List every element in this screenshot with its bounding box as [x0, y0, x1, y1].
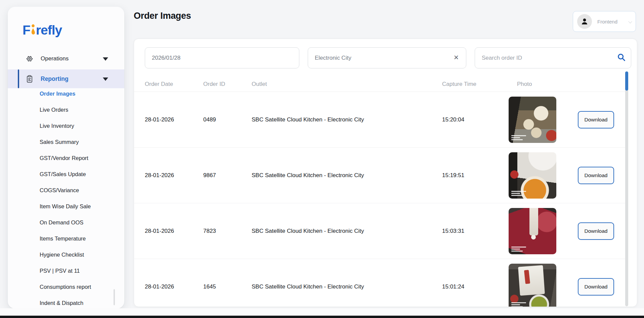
sidebar-item-item-wise-daily-sale[interactable]: Item Wise Daily Sale	[8, 198, 124, 214]
logo-text-start: F	[23, 23, 30, 37]
flame-i-icon	[31, 24, 36, 36]
column-header-order-id: Order ID	[203, 81, 252, 88]
column-header-outlet: Outlet	[252, 81, 442, 88]
sidebar-item-gst-vendor-report[interactable]: GST/Vendor Report	[8, 150, 124, 166]
chevron-down-icon	[628, 19, 632, 23]
sidebar-item-hygiene-checklist[interactable]: Hygiene Checklist	[8, 247, 124, 263]
table-row: 28-01-2026 1645 SBC Satellite Cloud Kitc…	[134, 259, 627, 307]
sidebar-item-sales-summary[interactable]: Sales Summary	[8, 134, 124, 150]
table-row: 28-01-2026 0489 SBC Satellite Cloud Kitc…	[134, 92, 627, 148]
order-date-cell: 28-01-2026	[145, 116, 203, 123]
order-id-cell: 7823	[203, 228, 252, 234]
order-date-cell: 28-01-2026	[145, 172, 203, 179]
sidebar-item-consumptions-report[interactable]: Consumptions report	[8, 279, 124, 295]
sidebar-item-live-orders[interactable]: Live Orders	[8, 102, 124, 118]
filter-bar: ✕	[134, 47, 637, 68]
sidebar-section-operations[interactable]: Operations	[8, 49, 124, 68]
order-date-cell: 28-01-2026	[145, 228, 203, 234]
person-icon	[580, 17, 589, 26]
order-search	[475, 47, 631, 68]
order-id-cell: 1645	[203, 283, 252, 290]
outlet-filter: ✕	[308, 47, 466, 68]
table-header-row: Order Date Order ID Outlet Capture Time …	[134, 76, 627, 92]
order-id-cell: 0489	[203, 116, 252, 123]
order-id-cell: 9867	[203, 172, 252, 179]
order-photo-thumbnail[interactable]	[509, 264, 556, 307]
sidebar-item-items-temperature[interactable]: Items Temperature	[8, 230, 124, 247]
column-header-order-date: Order Date	[145, 81, 203, 88]
order-photo-thumbnail[interactable]	[509, 97, 556, 143]
sidebar-item-psv[interactable]: PSV | PSV at 11	[8, 263, 124, 279]
order-photo-thumbnail[interactable]	[509, 152, 556, 199]
sidebar-section-label: Reporting	[41, 75, 69, 83]
date-filter-input[interactable]	[145, 47, 299, 68]
search-button[interactable]	[616, 53, 627, 63]
outlet-cell: SBC Satellite Cloud Kitchen - Electronic…	[252, 172, 442, 179]
table-scrollbar-track[interactable]	[625, 71, 628, 306]
capture-time-cell: 15:03:31	[442, 228, 509, 234]
sidebar-reporting-items: Order Images Live Orders Live Inventory …	[8, 86, 124, 309]
order-date-cell: 28-01-2026	[145, 283, 203, 290]
download-button[interactable]: Download	[578, 167, 614, 184]
avatar	[577, 14, 592, 29]
outlet-cell: SBC Satellite Cloud Kitchen - Electronic…	[252, 116, 442, 123]
capture-time-cell: 15:19:51	[442, 172, 509, 179]
caret-down-icon	[103, 57, 108, 61]
sidebar: F refly Operations Reporting Order Image…	[8, 7, 124, 309]
sidebar-item-order-images[interactable]: Order Images	[8, 86, 124, 102]
user-badge[interactable]: Frontend	[573, 11, 636, 32]
sidebar-item-gst-sales-update[interactable]: GST/Sales Update	[8, 166, 124, 182]
table-scrollbar-thumb[interactable]	[625, 71, 628, 91]
capture-time-cell: 15:20:04	[442, 116, 509, 123]
column-header-photo: Photo	[509, 81, 572, 88]
logo-text-end: refly	[36, 23, 62, 37]
caret-down-icon	[103, 77, 108, 81]
sidebar-item-indent-dispatch[interactable]: Indent & Dispatch	[8, 295, 124, 309]
page-title: Order Images	[134, 11, 191, 21]
outlet-cell: SBC Satellite Cloud Kitchen - Electronic…	[252, 283, 442, 290]
sidebar-section-label: Operations	[41, 55, 69, 62]
column-header-capture-time: Capture Time	[442, 81, 509, 88]
gear-icon	[25, 54, 34, 63]
capture-time-cell: 15:01:24	[442, 283, 509, 290]
sidebar-item-live-inventory[interactable]: Live Inventory	[8, 118, 124, 134]
table-body: 28-01-2026 0489 SBC Satellite Cloud Kitc…	[134, 92, 627, 307]
order-search-input[interactable]	[475, 47, 631, 68]
firefly-logo: F refly	[23, 23, 62, 37]
download-button[interactable]: Download	[578, 111, 614, 128]
order-images-panel: ✕ Order Date Order ID Outlet Capture Tim…	[134, 39, 637, 307]
sidebar-item-on-demand-oos[interactable]: On Demand OOS	[8, 214, 124, 230]
sidebar-item-cogs-variance[interactable]: COGS/Variance	[8, 182, 124, 198]
clipboard-icon	[25, 74, 34, 83]
outlet-cell: SBC Satellite Cloud Kitchen - Electronic…	[252, 228, 442, 234]
user-role-label: Frontend	[597, 19, 617, 24]
download-button[interactable]: Download	[578, 222, 614, 240]
clear-outlet-button[interactable]: ✕	[452, 53, 461, 62]
table-row: 28-01-2026 9867 SBC Satellite Cloud Kitc…	[134, 148, 627, 203]
search-icon	[617, 53, 626, 62]
table-row: 28-01-2026 7823 SBC Satellite Cloud Kitc…	[134, 203, 627, 259]
sidebar-scrollbar[interactable]	[114, 289, 115, 305]
order-photo-thumbnail[interactable]	[509, 208, 556, 254]
download-button[interactable]: Download	[578, 278, 614, 296]
bottom-edge-bar	[0, 316, 644, 318]
bottom-margin	[0, 308, 644, 316]
outlet-filter-input[interactable]	[308, 47, 466, 68]
